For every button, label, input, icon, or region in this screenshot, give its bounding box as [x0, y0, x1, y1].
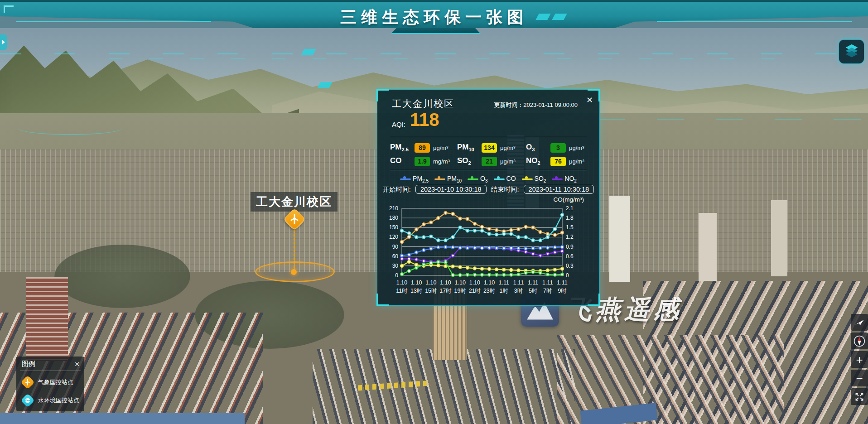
data-point-PM2.5[interactable]: [473, 246, 476, 249]
data-point-PM10[interactable]: [481, 226, 483, 228]
legend-item-weather[interactable]: 气象国控站点: [21, 376, 84, 389]
data-point-O3[interactable]: [444, 261, 447, 264]
data-point-PM10[interactable]: [510, 229, 512, 231]
data-point-PM10[interactable]: [517, 228, 520, 231]
data-point-PM10[interactable]: [546, 232, 549, 235]
chart-legend-no2[interactable]: NO2: [552, 175, 577, 183]
data-point-O3[interactable]: [531, 270, 534, 273]
data-point-O3[interactable]: [408, 270, 410, 272]
data-point-CO[interactable]: [554, 228, 556, 231]
data-point-PM2.5[interactable]: [488, 246, 491, 249]
legend-item-water[interactable]: 水环境国控站点: [21, 394, 84, 407]
data-point-SO2[interactable]: [466, 266, 469, 269]
data-point-CO[interactable]: [422, 236, 425, 238]
data-point-CO[interactable]: [451, 236, 454, 238]
data-point-PM2.5[interactable]: [554, 246, 556, 249]
data-point-NO2[interactable]: [422, 260, 425, 262]
data-point-PM2.5[interactable]: [429, 247, 432, 250]
data-point-PM2.5[interactable]: [422, 249, 425, 251]
chart-legend-pm25[interactable]: PM2.5: [400, 175, 429, 183]
data-point-CO[interactable]: [400, 229, 403, 232]
data-point-NO2[interactable]: [539, 254, 542, 257]
data-point-PM2.5[interactable]: [437, 246, 439, 249]
data-point-PM10[interactable]: [444, 212, 447, 214]
data-point-CO[interactable]: [408, 232, 410, 235]
data-point-O3[interactable]: [459, 274, 462, 276]
compass-button[interactable]: [851, 332, 868, 349]
data-point-PM10[interactable]: [473, 222, 476, 225]
data-point-PM2.5[interactable]: [539, 246, 542, 249]
data-point-O3[interactable]: [437, 260, 439, 263]
locate-button[interactable]: [851, 314, 868, 331]
zoom-in-button[interactable]: +: [851, 351, 868, 368]
data-point-PM10[interactable]: [422, 223, 425, 226]
data-point-PM10[interactable]: [408, 236, 410, 238]
data-point-SO2[interactable]: [473, 267, 476, 270]
air-quality-line-chart[interactable]: 00300.3600.6900.91201.21501.51801.82102.…: [381, 204, 597, 303]
data-point-PM2.5[interactable]: [459, 246, 462, 249]
data-point-NO2[interactable]: [531, 252, 534, 255]
data-point-O3[interactable]: [561, 273, 564, 276]
chart-legend-co[interactable]: CO: [494, 175, 516, 183]
data-point-PM2.5[interactable]: [510, 246, 512, 249]
data-point-NO2[interactable]: [451, 254, 454, 257]
data-point-PM2.5[interactable]: [400, 254, 403, 257]
close-icon[interactable]: ✕: [586, 95, 593, 105]
data-point-PM10[interactable]: [415, 228, 418, 231]
data-point-O3[interactable]: [488, 273, 491, 276]
data-point-CO[interactable]: [459, 226, 462, 229]
data-point-PM10[interactable]: [429, 221, 432, 224]
data-point-CO[interactable]: [524, 236, 527, 238]
data-point-O3[interactable]: [546, 273, 549, 276]
data-point-CO[interactable]: [429, 235, 432, 238]
data-point-PM2.5[interactable]: [481, 246, 483, 249]
data-point-SO2[interactable]: [502, 268, 505, 271]
chart-legend-o3[interactable]: O3: [468, 175, 487, 183]
data-point-CO[interactable]: [531, 239, 534, 241]
data-point-CO[interactable]: [517, 236, 520, 238]
data-point-CO[interactable]: [539, 239, 542, 241]
data-point-PM10[interactable]: [488, 227, 491, 230]
data-point-PM2.5[interactable]: [451, 246, 454, 249]
data-point-PM10[interactable]: [539, 231, 542, 233]
data-point-SO2[interactable]: [400, 265, 403, 267]
data-point-O3[interactable]: [422, 263, 425, 266]
data-point-SO2[interactable]: [510, 269, 512, 271]
data-point-SO2[interactable]: [517, 269, 520, 272]
data-point-CO[interactable]: [437, 239, 439, 241]
data-point-SO2[interactable]: [546, 269, 549, 272]
data-point-O3[interactable]: [539, 271, 542, 274]
end-time-input[interactable]: 2023-01-11 10:30:18: [524, 185, 594, 194]
data-point-NO2[interactable]: [415, 258, 418, 261]
data-point-PM10[interactable]: [561, 231, 564, 234]
data-point-PM10[interactable]: [531, 226, 534, 229]
data-point-PM10[interactable]: [451, 212, 454, 215]
data-point-SO2[interactable]: [488, 268, 491, 270]
data-point-O3[interactable]: [429, 261, 432, 264]
start-time-input[interactable]: 2023-01-10 10:30:18: [415, 185, 487, 194]
data-point-PM2.5[interactable]: [524, 247, 527, 250]
chart-legend-pm10[interactable]: PM10: [434, 175, 462, 183]
legend-close-icon[interactable]: ✕: [74, 361, 80, 368]
chart-legend-so2[interactable]: SO2: [522, 175, 546, 183]
data-point-O3[interactable]: [554, 273, 556, 276]
data-point-PM10[interactable]: [400, 241, 403, 243]
data-point-PM10[interactable]: [554, 233, 556, 236]
station-marker-label[interactable]: 工大金川校区: [251, 192, 338, 212]
data-point-NO2[interactable]: [524, 251, 527, 253]
data-point-PM2.5[interactable]: [502, 247, 505, 250]
data-point-PM10[interactable]: [459, 217, 462, 220]
data-point-SO2[interactable]: [408, 260, 410, 263]
data-point-PM2.5[interactable]: [546, 246, 549, 249]
data-point-O3[interactable]: [524, 271, 527, 274]
data-point-PM10[interactable]: [524, 226, 527, 228]
data-point-PM2.5[interactable]: [415, 251, 418, 254]
zoom-out-button[interactable]: −: [851, 370, 868, 386]
data-point-PM2.5[interactable]: [466, 246, 469, 249]
data-point-SO2[interactable]: [451, 265, 454, 268]
data-point-O3[interactable]: [451, 274, 454, 276]
data-point-CO[interactable]: [510, 232, 512, 235]
data-point-CO[interactable]: [466, 229, 469, 232]
data-point-O3[interactable]: [415, 266, 418, 269]
data-point-CO[interactable]: [561, 213, 564, 216]
